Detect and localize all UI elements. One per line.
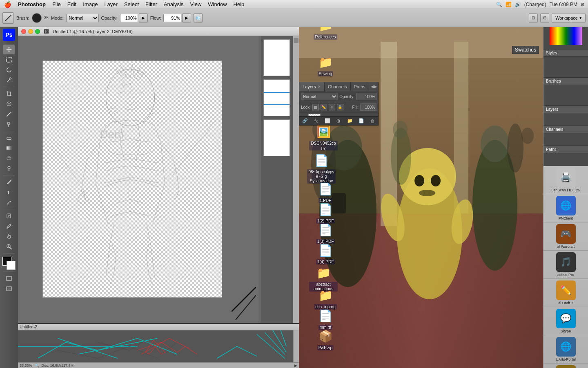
- maximize-button[interactable]: [35, 29, 40, 34]
- tool-clone[interactable]: [3, 119, 15, 129]
- link-layers-btn[interactable]: 🔗: [301, 117, 309, 125]
- adeus-label: adeus Pro: [557, 273, 574, 277]
- menu-filter[interactable]: Filter: [142, 0, 160, 9]
- doc-canvas-area[interactable]: Dem: [18, 36, 293, 361]
- tool-pen[interactable]: [3, 177, 15, 187]
- tool-eyedropper[interactable]: [3, 221, 15, 231]
- menu-window[interactable]: Window: [205, 0, 230, 9]
- tool-gradient[interactable]: [3, 143, 15, 153]
- menu-help[interactable]: Help: [230, 0, 248, 9]
- fill-panel-input[interactable]: [360, 103, 376, 111]
- tool-lasso[interactable]: [3, 65, 15, 75]
- tab-close-icon[interactable]: ✕: [318, 85, 321, 89]
- dock-adeus[interactable]: 🎵 adeus Pro: [543, 251, 588, 279]
- menu-layer[interactable]: Layer: [101, 0, 121, 9]
- tool-hand[interactable]: [3, 231, 15, 241]
- dock-uarts[interactable]: 🌐 UArts-Portal: [543, 335, 588, 364]
- tool-move[interactable]: [3, 45, 15, 54]
- fg-bg-colors[interactable]: [2, 257, 16, 270]
- folder-btn[interactable]: 📁: [346, 117, 354, 125]
- right-tab-styles[interactable]: Styles: [543, 49, 588, 57]
- layers-panel-window: Layers ✕ Channels Paths ◀▶ Normal Multip…: [299, 82, 379, 126]
- tool-magic-wand[interactable]: [3, 75, 15, 85]
- tool-heal[interactable]: [3, 99, 15, 109]
- desktop-photo: [299, 9, 543, 368]
- menu-edit[interactable]: Edit: [64, 0, 80, 9]
- panel-collapse[interactable]: ◀▶: [369, 82, 379, 91]
- doc2-canvas[interactable]: [18, 330, 293, 362]
- tool-path-select[interactable]: [3, 197, 15, 207]
- minimize-button[interactable]: [28, 29, 33, 34]
- delete-btn[interactable]: 🗑: [368, 117, 376, 125]
- scroll-thumb-v[interactable]: [294, 38, 298, 43]
- adj-btn[interactable]: ◑: [334, 117, 343, 125]
- right-mini-tab-layers[interactable]: Layers: [543, 106, 588, 113]
- tool-zoom[interactable]: [3, 242, 15, 251]
- menu-spotlight[interactable]: 🔍: [496, 2, 502, 7]
- dock-skype[interactable]: 💬 Skype: [543, 307, 588, 335]
- swatches-panel-label[interactable]: Swatches: [512, 46, 539, 54]
- right-mini-tab-paths[interactable]: Paths: [543, 146, 588, 153]
- brush-size: 35: [44, 16, 49, 20]
- tab-paths[interactable]: Paths: [351, 82, 369, 91]
- doc2-arrow[interactable]: ▶: [294, 364, 297, 368]
- tablet-btn2[interactable]: ⊟: [540, 13, 549, 22]
- right-mini-tab-channels[interactable]: Channels: [543, 126, 588, 133]
- tool-notes[interactable]: [3, 211, 15, 221]
- dock-draft7[interactable]: ✏️ al Draft 7: [543, 279, 588, 307]
- tool-blur[interactable]: [3, 153, 15, 163]
- lock-all[interactable]: 🔒: [337, 104, 343, 110]
- lock-image[interactable]: ✏️: [321, 104, 327, 110]
- dock-warcraft[interactable]: 🎮 of Warcraft: [543, 222, 588, 251]
- tool-eraser[interactable]: [3, 133, 15, 143]
- tool-brush[interactable]: [3, 109, 15, 119]
- right-tab-brushes[interactable]: Brushes: [543, 78, 588, 85]
- tab-channels[interactable]: Channels: [325, 82, 350, 91]
- apple-menu[interactable]: 🍎: [0, 1, 15, 8]
- blend-mode-select[interactable]: Normal Multiply Screen: [301, 93, 338, 100]
- opacity-arrow[interactable]: ▶: [139, 13, 148, 22]
- menu-file[interactable]: File: [49, 0, 64, 9]
- lock-transparency[interactable]: ▦: [312, 104, 319, 110]
- tablet-btn[interactable]: ⊡: [529, 13, 538, 22]
- dock-pnclient[interactable]: 🌐 PNClient: [543, 194, 588, 222]
- brush-tool-icon[interactable]: [2, 12, 14, 24]
- tool-crop[interactable]: [3, 89, 15, 99]
- svg-line-42: [257, 334, 285, 359]
- doc2-titlebar: Untitled-2: [18, 324, 299, 330]
- dock-artbooks[interactable]: 📚 Artbooks: [543, 364, 588, 368]
- menu-view[interactable]: View: [187, 0, 205, 9]
- flow-input[interactable]: [163, 14, 181, 22]
- tool-marquee[interactable]: [3, 55, 15, 65]
- tool-screen-mode[interactable]: [3, 284, 15, 294]
- flow-arrow[interactable]: ▶: [182, 13, 191, 22]
- menu-select[interactable]: Select: [121, 0, 142, 9]
- tab-channels-label: Channels: [328, 84, 347, 89]
- mask-btn[interactable]: ⬜: [323, 117, 332, 125]
- svg-point-57: [419, 190, 435, 196]
- tool-standard-mode[interactable]: [3, 274, 15, 283]
- menu-image[interactable]: Image: [80, 0, 101, 9]
- menu-analysis[interactable]: Analysis: [160, 0, 187, 9]
- airbrush-toggle[interactable]: 💨: [194, 13, 203, 22]
- workspace-button[interactable]: Workspace ▾: [552, 13, 586, 23]
- fx-btn[interactable]: fx: [312, 117, 320, 125]
- doc2-controls: 🔍: [35, 364, 39, 368]
- opacity-input[interactable]: [120, 14, 138, 22]
- background-color[interactable]: [7, 261, 16, 270]
- tool-dodge[interactable]: [3, 164, 15, 173]
- doc2-scroll-v[interactable]: [293, 330, 299, 362]
- new-layer-btn[interactable]: 📄: [357, 117, 365, 125]
- sketch-canvas[interactable]: Dem: [42, 61, 222, 298]
- tab-layers-label: Layers: [303, 84, 316, 89]
- lock-position[interactable]: ✛: [329, 104, 335, 110]
- opacity-panel-input[interactable]: [356, 93, 376, 100]
- close-button[interactable]: [21, 29, 26, 34]
- menu-photoshop[interactable]: Photoshop: [15, 0, 49, 9]
- doc-vertical-scrollbar[interactable]: [293, 36, 299, 361]
- mode-select[interactable]: Normal Multiply Screen Overlay Dissolve: [66, 14, 99, 22]
- tab-layers[interactable]: Layers ✕: [299, 82, 325, 91]
- brush-preview[interactable]: [32, 13, 42, 23]
- tool-type[interactable]: T: [3, 187, 15, 197]
- dock-lanscan[interactable]: 🖨️ LanScan LIDE 25: [543, 166, 588, 194]
